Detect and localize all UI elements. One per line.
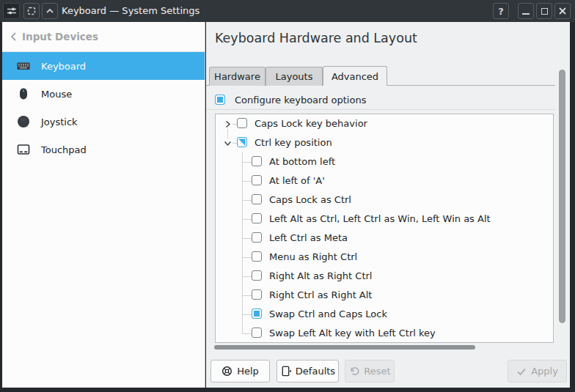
minimize-icon (522, 13, 530, 15)
close-button[interactable] (554, 3, 571, 19)
checkbox[interactable] (252, 270, 262, 281)
tree-item-right-ctrl-as-right-alt[interactable]: Right Ctrl as Right Alt (216, 286, 553, 305)
tree-item-swap-left-alt-key-with-left-ctrl-key[interactable]: Swap Left Alt key with Left Ctrl key (216, 324, 553, 343)
tree-item-at-bottom-left[interactable]: At bottom left (216, 152, 553, 171)
tree-item-label: Caps Lock key behavior (254, 114, 367, 133)
sidebar-item-joystick[interactable]: Joystick (2, 108, 205, 136)
chevron-right-icon[interactable] (223, 119, 232, 128)
button-label: Apply (531, 366, 558, 377)
tree-item-label: Right Alt as Right Ctrl (269, 267, 372, 286)
reset-button[interactable]: Reset (345, 360, 395, 382)
window-title: Keyboard — System Settings (62, 0, 199, 22)
sidebar-item-label: Joystick (41, 117, 78, 127)
tree-item-caps-lock-as-ctrl[interactable]: Caps Lock as Ctrl (216, 191, 553, 210)
apply-button[interactable]: Apply (508, 360, 567, 382)
touchpad-icon (16, 142, 31, 157)
tree-branch-line (242, 200, 252, 201)
keyboard-icon (16, 59, 31, 73)
checkbox[interactable] (252, 232, 262, 243)
tree-branch-line (242, 152, 243, 333)
minimize-button[interactable] (518, 3, 534, 19)
checkbox[interactable] (252, 156, 262, 166)
sidebar-item-mouse[interactable]: Mouse (2, 80, 205, 108)
tree-branch-line (242, 219, 252, 220)
tree-item-ctrl-key-position[interactable]: Ctrl key position (216, 133, 553, 152)
titlebar-help-button[interactable]: ? (493, 3, 509, 19)
tree-branch-line (242, 162, 252, 163)
tree-branch-line (242, 314, 252, 315)
tree-item-label: Caps Lock as Ctrl (269, 191, 351, 210)
vertical-scrollbar-thumb[interactable] (559, 70, 565, 323)
button-label: Help (237, 366, 259, 377)
main-pane: Keyboard Hardware and Layout HardwareLay… (206, 22, 570, 388)
mouse-icon (16, 86, 31, 101)
maximize-icon (541, 8, 548, 15)
configure-options-checkbox[interactable] (215, 95, 225, 105)
frame-icon[interactable] (23, 3, 40, 19)
tree-item-menu-as-right-ctrl[interactable]: Menu as Right Ctrl (216, 248, 553, 267)
checkbox[interactable] (237, 137, 247, 147)
tree-item-right-alt-as-right-ctrl[interactable]: Right Alt as Right Ctrl (216, 267, 553, 286)
checkbox[interactable] (237, 118, 247, 128)
tree-branch-line (232, 124, 237, 125)
apply-check-icon (516, 366, 527, 377)
reset-undo-icon (348, 366, 359, 377)
maximize-button[interactable] (536, 3, 552, 19)
sidebar-item-label: Touchpad (41, 144, 87, 155)
sidebar: Input Devices KeyboardMouseJoystickTouch… (2, 22, 205, 388)
tab-hardware[interactable]: Hardware (209, 67, 265, 86)
checkbox[interactable] (252, 289, 262, 300)
keep-above-icon[interactable] (42, 3, 58, 19)
help-button[interactable]: Help (210, 360, 270, 382)
sidebar-item-label: Mouse (41, 89, 72, 100)
close-icon (558, 7, 567, 15)
tree-item-label: Ctrl key position (254, 133, 332, 152)
button-label: Reset (364, 366, 390, 377)
sidebar-list: KeyboardMouseJoystickTouchpad (2, 52, 205, 163)
button-label: Defaults (296, 366, 335, 377)
options-tree: Caps Lock key behaviorCtrl key positionA… (215, 114, 554, 343)
sidebar-item-touchpad[interactable]: Touchpad (2, 136, 205, 163)
app-sliders-icon[interactable] (3, 3, 20, 19)
tree-item-caps-lock-key-behavior[interactable]: Caps Lock key behavior (216, 114, 553, 133)
tree-item-label: Right Ctrl as Right Alt (269, 286, 372, 305)
sidebar-item-keyboard[interactable]: Keyboard (2, 52, 205, 80)
chevron-left-icon (10, 32, 17, 42)
tree-item-label: At bottom left (269, 152, 335, 171)
joystick-icon (16, 114, 31, 129)
tree-branch-line (242, 276, 252, 277)
tree-branch-line (242, 257, 252, 258)
checkbox[interactable] (252, 194, 262, 204)
tree-item-label: At left of 'A' (269, 171, 325, 191)
tree-branch-line (242, 295, 252, 296)
tree-branch-line (232, 143, 237, 144)
tree-item-at-left-of-a[interactable]: At left of 'A' (216, 171, 553, 191)
tab-advanced[interactable]: Advanced (323, 66, 387, 86)
tree-item-left-ctrl-as-meta[interactable]: Left Ctrl as Meta (216, 229, 553, 248)
tree-branch-line (227, 129, 228, 138)
sidebar-back-header[interactable]: Input Devices (2, 22, 205, 52)
tree-item-label: Swap Ctrl and Caps Lock (269, 305, 387, 324)
tree-item-label: Left Alt as Ctrl, Left Ctrl as Win, Left… (269, 210, 491, 229)
checkbox[interactable] (252, 213, 262, 223)
tree-item-label: Swap Left Alt key with Left Ctrl key (269, 324, 436, 343)
tree-branch-line (242, 238, 252, 239)
chevron-down-icon[interactable] (223, 138, 232, 147)
chevron-up-icon (45, 7, 55, 15)
sidebar-item-label: Keyboard (41, 61, 86, 72)
checkbox[interactable] (252, 308, 262, 319)
tree-branch-line (242, 181, 252, 182)
tree-item-swap-ctrl-and-caps-lock[interactable]: Swap Ctrl and Caps Lock (216, 305, 553, 324)
horizontal-scrollbar-thumb[interactable] (214, 345, 475, 350)
defaults-document-icon (280, 366, 291, 377)
titlebar[interactable]: Keyboard — System Settings ? (0, 0, 575, 22)
defaults-button[interactable]: Defaults (276, 360, 339, 382)
tab-layouts[interactable]: Layouts (265, 67, 323, 86)
app-sliders-icon (7, 6, 17, 16)
checkbox[interactable] (252, 251, 262, 262)
checkbox[interactable] (252, 175, 262, 185)
tree-item-label: Menu as Right Ctrl (269, 248, 357, 267)
checkbox[interactable] (252, 328, 262, 338)
frame-icon (27, 7, 36, 15)
tree-item-left-alt-as-ctrl-left-ctrl-as-win-left-win-as-alt[interactable]: Left Alt as Ctrl, Left Ctrl as Win, Left… (216, 210, 553, 229)
